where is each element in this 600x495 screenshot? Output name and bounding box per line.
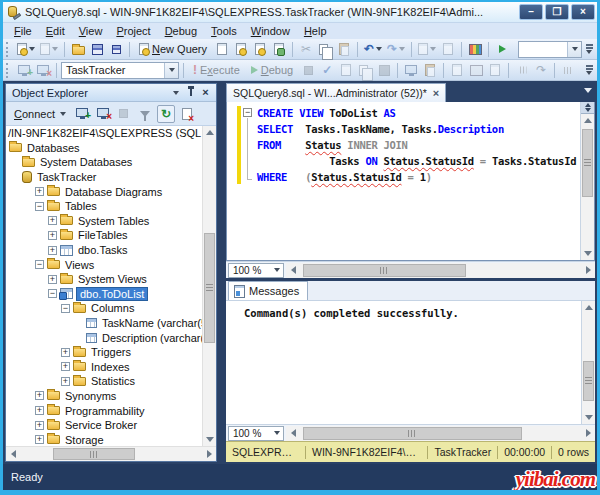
open-file-icon[interactable] [69,40,87,58]
scrollbar-thumb[interactable] [303,427,522,440]
messages-zoom-combo[interactable]: 100 % [228,426,284,441]
code-line-2[interactable]: SELECT Tasks.TaskName, Tasks.Description [257,121,579,137]
tab-list-chevron-icon[interactable] [584,88,592,93]
toolbar-grip[interactable] [6,63,11,78]
messages-vertical-scrollbar[interactable] [581,301,595,424]
tree-item-synonyms[interactable]: +Synonyms [6,389,202,404]
paste-icon[interactable] [335,40,353,58]
editor-vertical-scrollbar[interactable] [580,102,594,260]
toolbar-overflow-button[interactable] [583,44,595,54]
expand-icon[interactable]: + [48,275,57,284]
expand-icon[interactable]: + [35,187,44,196]
include-client-stats-icon[interactable] [421,61,439,79]
script-error-icon[interactable] [178,105,196,123]
execute-button[interactable]: !Execute [188,61,245,79]
code-line-1[interactable]: −CREATE VIEW ToDoList AS [257,105,579,121]
tree-item-dbo-tasks[interactable]: +dbo.Tasks [6,243,202,258]
include-actual-plan-icon[interactable] [402,61,420,79]
tree-item-columns[interactable]: −Columns [6,301,202,316]
menu-window[interactable]: Window [244,24,297,38]
tree-item-databases[interactable]: Databases [6,141,202,156]
comment-icon[interactable] [513,61,531,79]
new-mdx-query-icon[interactable] [251,40,269,58]
scrollbar-thumb[interactable] [303,264,466,277]
tab-messages[interactable]: Messages [228,281,308,300]
layout-icon[interactable] [38,40,60,58]
tree-item-indexes[interactable]: +Indexes [6,360,202,375]
filter-icon[interactable] [136,105,154,123]
menu-file[interactable]: File [7,24,39,38]
start-powershell-icon[interactable] [493,40,511,58]
new-analysis-query-icon[interactable] [232,40,250,58]
expand-icon[interactable]: + [48,216,57,225]
menu-help[interactable]: Help [297,24,334,38]
tree-item-filetables[interactable]: +FileTables [6,228,202,243]
tree-item-tasktracker[interactable]: TaskTracker [6,170,202,185]
collapse-icon[interactable]: − [48,289,57,298]
tab-close-icon[interactable]: × [433,88,439,99]
new-query-button[interactable]: New Query [134,40,212,58]
tree-item-system-tables[interactable]: +System Tables [6,214,202,229]
expand-icon[interactable]: + [61,377,70,386]
scroll-left-icon[interactable] [286,426,300,441]
scroll-right-icon[interactable] [202,447,216,461]
close-button[interactable]: × [571,4,595,20]
disconnect-icon[interactable] [34,61,52,79]
scroll-up-icon[interactable] [581,114,594,127]
code-editor[interactable]: −CREATE VIEW ToDoList ASSELECT Tasks.Tas… [226,102,595,261]
panel-splitter[interactable] [217,83,226,462]
tree-item-taskname-varchar-50[interactable]: TaskName (varchar(50), [6,316,202,331]
tree-item-triggers[interactable]: +Triggers [6,345,202,360]
display-estimated-plan-icon[interactable] [337,61,355,79]
expand-icon[interactable]: + [48,246,57,255]
disconnect-server-icon[interactable] [94,105,112,123]
tree-item-system-databases[interactable]: System Databases [6,155,202,170]
scroll-down-icon[interactable] [582,411,595,424]
menu-project[interactable]: Project [109,24,157,38]
tree-item-database-diagrams[interactable]: +Database Diagrams [6,184,202,199]
collapse-icon[interactable]: − [35,202,44,211]
editor-zoom-combo[interactable]: 100 % [228,263,284,278]
toolbar-overflow-button[interactable] [583,65,595,75]
chevron-down-icon[interactable] [164,63,178,78]
tree-item-views[interactable]: −Views [6,257,202,272]
collapse-icon[interactable]: − [61,304,70,313]
scroll-right-icon[interactable] [581,263,595,278]
scroll-down-icon[interactable] [203,433,216,446]
uncomment-icon[interactable]: ↷ [532,61,550,79]
redo-icon[interactable]: ↷ [385,40,407,58]
tree-item-tables[interactable]: −Tables [6,199,202,214]
server-combo[interactable] [518,41,582,58]
tree-item-statistics[interactable]: +Statistics [6,374,202,389]
new-database-query-icon[interactable] [213,40,231,58]
code-area[interactable]: −CREATE VIEW ToDoList ASSELECT Tasks.Tas… [227,102,579,260]
scroll-left-icon[interactable] [286,263,300,278]
expand-icon[interactable]: + [35,435,44,444]
expand-icon[interactable]: + [35,421,44,430]
collapse-icon[interactable]: − [35,260,44,269]
tree-item-storage[interactable]: +Storage [6,432,202,446]
close-icon[interactable]: × [198,86,213,100]
toolbar-grip[interactable] [6,42,11,57]
scroll-down-icon[interactable] [581,247,594,260]
scrollbar-thumb[interactable] [583,361,594,401]
stop-icon[interactable] [299,61,317,79]
cut-icon[interactable]: ✂ [297,40,315,58]
collapse-region-icon[interactable]: − [243,108,252,117]
tree-item-service-broker[interactable]: +Service Broker [6,418,202,433]
menu-view[interactable]: View [72,24,110,38]
intellisense-icon[interactable] [375,61,393,79]
tree-item-programmability[interactable]: +Programmability [6,403,202,418]
minimize-button[interactable]: – [519,4,543,20]
menu-edit[interactable]: Edit [39,24,72,38]
new-xmla-query-icon[interactable] [270,40,288,58]
connect-button[interactable]: Connect [10,107,70,121]
connect-icon[interactable] [15,61,33,79]
activity-monitor-icon[interactable] [466,40,484,58]
scrollbar-thumb[interactable] [582,129,593,197]
results-to-file-icon[interactable] [486,61,504,79]
refresh-icon[interactable]: ↻ [157,105,175,123]
connect-server-icon[interactable] [73,105,91,123]
stop-icon[interactable] [115,105,133,123]
tree-vertical-scrollbar[interactable] [202,126,216,446]
